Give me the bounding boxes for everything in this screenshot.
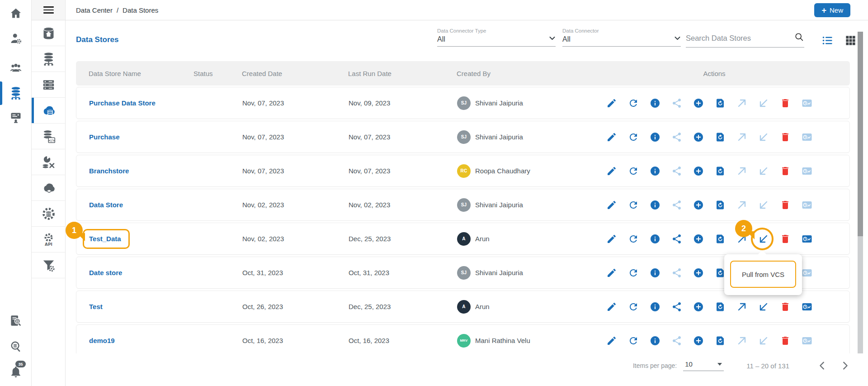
info-button[interactable]	[650, 132, 660, 143]
refresh-button[interactable]	[628, 335, 639, 346]
grid-view-button[interactable]	[844, 34, 857, 47]
pull-from-vcs-button[interactable]	[758, 200, 769, 210]
datastore-name-link[interactable]: Branchstore	[89, 167, 194, 175]
share-button[interactable]	[671, 98, 682, 109]
share-button[interactable]	[671, 335, 682, 346]
push-to-vcs-button[interactable]	[736, 200, 747, 210]
delete-button[interactable]	[780, 234, 791, 244]
column-header-last-run-date[interactable]: Last Run Date	[348, 70, 457, 77]
add-button[interactable]	[693, 301, 704, 312]
sidebar-item-user-management[interactable]	[0, 32, 32, 45]
push-to-vcs-button[interactable]	[736, 132, 747, 143]
search-icon[interactable]	[794, 32, 804, 44]
pull-from-vcs-button[interactable]	[758, 335, 769, 346]
info-button[interactable]	[650, 234, 660, 244]
add-button[interactable]	[693, 234, 704, 244]
delete-button[interactable]	[780, 166, 791, 176]
version-history-button[interactable]	[715, 234, 726, 244]
sidebar-item-notifications[interactable]	[0, 366, 32, 378]
refresh-button[interactable]	[628, 132, 639, 143]
datastore-name-link[interactable]: Purchase Data Store	[89, 99, 194, 107]
datastore-name-link[interactable]: Test_Data	[89, 235, 194, 243]
push-to-vcs-button[interactable]	[736, 98, 747, 109]
share-button[interactable]	[671, 301, 682, 312]
sidebar-item-cloud-layers[interactable]	[32, 175, 65, 201]
add-button[interactable]	[693, 267, 704, 278]
scrollbar-thumb[interactable]	[858, 32, 863, 236]
datastore-name-link[interactable]: Date store	[89, 269, 194, 276]
data-profile-button[interactable]	[802, 200, 812, 210]
sidebar-item-servers[interactable]	[32, 72, 65, 98]
data-profile-button[interactable]	[802, 234, 812, 244]
push-to-vcs-button[interactable]	[736, 166, 747, 176]
breadcrumb-section[interactable]: Data Center	[76, 6, 113, 14]
data-profile-button[interactable]	[802, 335, 812, 346]
sidebar-item-data-center[interactable]	[0, 86, 32, 100]
add-button[interactable]	[693, 200, 704, 210]
sidebar-item-data-funnel[interactable]	[32, 253, 65, 278]
sidebar-item-api[interactable]	[32, 227, 65, 253]
items-per-page-select[interactable]: 10	[683, 360, 724, 371]
sidebar-item-groups[interactable]	[0, 62, 32, 74]
edit-button[interactable]	[606, 335, 617, 346]
add-button[interactable]	[693, 132, 704, 143]
new-button[interactable]: + New	[814, 3, 850, 17]
sidebar-item-home[interactable]	[0, 7, 32, 19]
datastore-name-link[interactable]: Data Store	[89, 201, 194, 209]
column-header-created-date[interactable]: Created Date	[242, 70, 348, 77]
list-view-button[interactable]	[821, 34, 834, 47]
refresh-button[interactable]	[628, 166, 639, 176]
datastore-name-link[interactable]: Purchase	[89, 133, 194, 141]
data-profile-button[interactable]	[802, 132, 812, 143]
sidebar-item-database-cluster[interactable]	[32, 46, 65, 72]
edit-button[interactable]	[606, 98, 617, 109]
share-button[interactable]	[671, 267, 682, 278]
search-input[interactable]	[686, 34, 794, 43]
version-history-button[interactable]	[715, 200, 726, 210]
add-button[interactable]	[693, 166, 704, 176]
share-button[interactable]	[671, 166, 682, 176]
data-profile-button[interactable]	[802, 166, 812, 176]
add-button[interactable]	[693, 98, 704, 109]
edit-button[interactable]	[606, 234, 617, 244]
edit-button[interactable]	[606, 166, 617, 176]
datastore-name-link[interactable]: Test	[89, 303, 194, 310]
share-button[interactable]	[671, 234, 682, 244]
pull-from-vcs-button[interactable]	[758, 234, 769, 244]
info-button[interactable]	[650, 200, 660, 210]
version-history-button[interactable]	[715, 335, 726, 346]
vertical-scrollbar[interactable]	[858, 32, 863, 353]
version-history-button[interactable]	[715, 132, 726, 143]
pull-from-vcs-button[interactable]	[758, 301, 769, 312]
edit-button[interactable]	[606, 200, 617, 210]
sidebar-item-audit-log[interactable]	[0, 314, 32, 328]
column-header-created-by[interactable]: Created By	[457, 70, 606, 77]
previous-page-button[interactable]	[817, 361, 827, 371]
share-button[interactable]	[671, 132, 682, 143]
sidebar-item-data-search[interactable]	[0, 340, 32, 353]
column-header-status[interactable]: Status	[193, 70, 242, 77]
info-button[interactable]	[650, 335, 660, 346]
datastore-name-link[interactable]: demo19	[89, 337, 194, 344]
edit-button[interactable]	[606, 301, 617, 312]
version-history-button[interactable]	[715, 98, 726, 109]
pull-from-vcs-button[interactable]	[758, 98, 769, 109]
refresh-button[interactable]	[628, 98, 639, 109]
delete-button[interactable]	[780, 98, 791, 109]
delete-button[interactable]	[780, 335, 791, 346]
push-to-vcs-button[interactable]	[736, 335, 747, 346]
edit-button[interactable]	[606, 132, 617, 143]
sidebar-item-data-engineering[interactable]	[32, 201, 65, 227]
data-profile-button[interactable]	[802, 98, 812, 109]
sidebar-item-data-warehouse[interactable]	[32, 20, 65, 46]
next-page-button[interactable]	[840, 361, 850, 371]
edit-button[interactable]	[606, 267, 617, 278]
delete-button[interactable]	[780, 301, 791, 312]
delete-button[interactable]	[780, 200, 791, 210]
info-button[interactable]	[650, 98, 660, 109]
refresh-button[interactable]	[628, 200, 639, 210]
refresh-button[interactable]	[628, 234, 639, 244]
refresh-button[interactable]	[628, 301, 639, 312]
version-history-button[interactable]	[715, 301, 726, 312]
data-profile-button[interactable]	[802, 267, 812, 278]
